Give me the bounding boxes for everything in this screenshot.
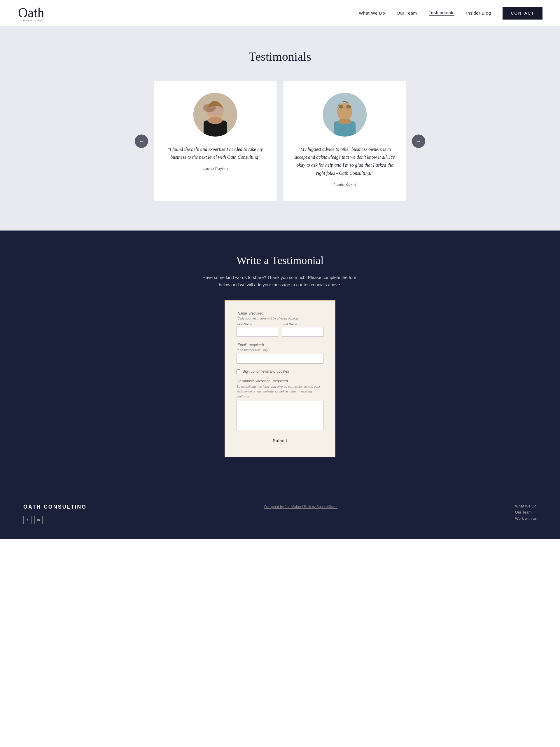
testimonials-title: Testimonials	[18, 50, 542, 63]
email-label: Email (required)	[237, 342, 323, 347]
last-name-input[interactable]	[282, 327, 323, 337]
testimonial-message-label: Testimonial Message (required)	[237, 379, 323, 383]
testimonial-cards: "I found the help and expertise I needed…	[154, 81, 406, 201]
name-note: *Only your first name will be shared pub…	[237, 317, 323, 320]
testimonial-quote-2: "My biggest advice to other business own…	[294, 145, 396, 177]
carousel-prev-button[interactable]: ←	[135, 134, 148, 148]
footer-nav: What We Do Our Team Work with us	[515, 504, 537, 520]
name-required: (required)	[249, 311, 265, 315]
write-testimonial-section: Write a Testimonial Have some kind words…	[0, 231, 560, 487]
testimonial-required: (required)	[273, 379, 288, 383]
email-input[interactable]	[237, 354, 323, 364]
footer-credit: Designed by Jen Maher | Built by SquareK…	[264, 504, 338, 509]
name-row: First Name Last Name	[237, 323, 323, 337]
first-name-col: First Name	[237, 323, 278, 337]
nav-what-we-do[interactable]: What We Do	[359, 10, 385, 16]
email-field-group: Email (required) *For internal Use Only	[237, 342, 323, 364]
testimonials-carousel: ← "I found the help and expertise I need…	[18, 81, 542, 201]
footer-nav-work-with-us[interactable]: Work with us	[515, 516, 537, 520]
testimonials-section: Testimonials ← "I found the help an	[0, 26, 560, 231]
newsletter-checkbox[interactable]	[237, 369, 240, 373]
last-name-col: Last Name	[282, 323, 323, 337]
avatar-jamie	[323, 93, 367, 136]
svg-point-12	[339, 105, 343, 108]
site-footer: OATH CONSULTING f in Designed by Jen Mah…	[0, 486, 560, 539]
email-required: (required)	[249, 343, 264, 347]
name-field-group: Name (required) *Only your first name wi…	[237, 311, 323, 337]
nav-testimonials[interactable]: Testimonials	[429, 10, 455, 16]
first-name-label: First Name	[237, 323, 278, 326]
testimonial-message-note: By submitting this form, you give us per…	[237, 384, 323, 399]
testimonial-message-group: Testimonial Message (required) By submit…	[237, 379, 323, 432]
avatar-laurie	[193, 93, 237, 136]
write-description: Have some kind words to share? Thank you…	[198, 274, 362, 289]
svg-text:Oath: Oath	[18, 5, 44, 20]
footer-nav-our-team[interactable]: Our Team	[515, 510, 537, 514]
linkedin-icon[interactable]: in	[34, 516, 43, 524]
write-title: Write a Testimonial	[18, 254, 542, 267]
email-note: *For internal Use Only	[237, 348, 323, 352]
logo[interactable]: Oath CONSULTING	[18, 4, 44, 22]
testimonial-author-1: Laurie Payton	[203, 166, 228, 171]
nav-insider-blog[interactable]: Insider Blog	[466, 10, 491, 16]
nav-contact-button[interactable]: CONTACT	[503, 7, 542, 20]
testimonial-quote-1: "I found the help and expertise I needed…	[164, 145, 266, 161]
svg-point-6	[208, 117, 222, 124]
footer-nav-what-we-do[interactable]: What We Do	[515, 504, 537, 508]
main-nav: What We Do Our Team Testimonials Insider…	[359, 7, 542, 20]
footer-brand: OATH CONSULTING f in	[23, 504, 87, 524]
carousel-next-button[interactable]: →	[412, 134, 425, 148]
first-name-input[interactable]	[237, 327, 278, 337]
footer-social: f in	[23, 516, 87, 524]
testimonial-author-2: Jamie Kokot	[334, 182, 356, 187]
site-header: Oath CONSULTING What We Do Our Team Test…	[0, 0, 560, 26]
testimonial-card-2: "My biggest advice to other business own…	[284, 81, 406, 201]
name-label: Name (required)	[237, 311, 323, 315]
testimonial-form-card: Name (required) *Only your first name wi…	[224, 300, 336, 458]
nav-our-team[interactable]: Our Team	[397, 10, 417, 16]
footer-logo: OATH CONSULTING	[23, 504, 87, 510]
svg-point-11	[338, 119, 351, 124]
testimonial-textarea[interactable]	[237, 401, 323, 430]
newsletter-checkbox-row: Sign up for news and updates	[237, 369, 323, 374]
facebook-icon[interactable]: f	[23, 516, 31, 524]
svg-point-13	[346, 105, 351, 108]
newsletter-label: Sign up for news and updates	[243, 369, 289, 374]
footer-credit-link[interactable]: Designed by Jen Maher | Built by SquareK…	[264, 505, 338, 509]
submit-button[interactable]: Submit	[273, 438, 287, 445]
last-name-label: Last Name	[282, 323, 323, 326]
svg-text:CONSULTING: CONSULTING	[21, 20, 43, 22]
testimonial-card-1: "I found the help and expertise I needed…	[154, 81, 276, 201]
